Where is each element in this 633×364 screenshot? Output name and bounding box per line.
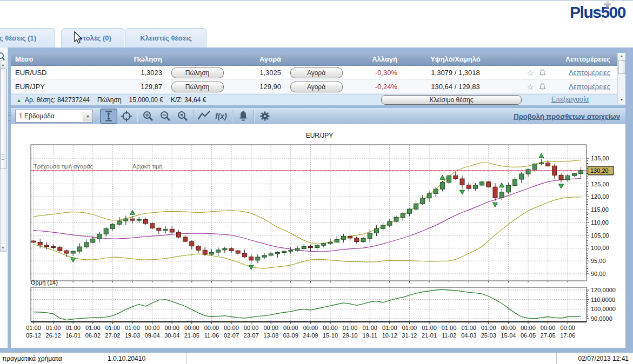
table-row-eurjpy: EUR/JPY 129,87 Πώληση 129,90 Αγορά -0,24… (11, 80, 625, 94)
crosshair-icon (120, 110, 133, 123)
favorite-star-icon[interactable]: ☆ (527, 82, 534, 92)
change-percent: -0,24% (351, 83, 397, 91)
chart-area: EUR/JPYΟρμή (14)Τρέχουσα τιμή αγοράςΑρχι… (11, 124, 625, 348)
svg-text:23-07: 23-07 (244, 332, 259, 339)
svg-text:29-10: 29-10 (343, 332, 358, 339)
alert-bell-icon[interactable] (538, 83, 547, 91)
svg-text:30-04: 30-04 (164, 332, 179, 339)
instrument-name[interactable]: EUR/JPY (11, 83, 114, 91)
settings-gear-icon (258, 110, 271, 123)
svg-text:16-01: 16-01 (65, 332, 81, 339)
svg-text:27-05: 27-05 (541, 332, 556, 339)
alert-bell-button[interactable] (235, 109, 251, 123)
zoom-reset-button[interactable] (175, 109, 191, 123)
line-chart-button[interactable] (196, 109, 212, 123)
svg-text:04-03: 04-03 (461, 332, 476, 339)
zoom-in-button[interactable] (140, 109, 156, 123)
svg-text:Τρέχουσα τιμή αγοράς: Τρέχουσα τιμή αγοράς (34, 163, 93, 170)
settings-gear-button[interactable] (257, 109, 273, 123)
tab-orders[interactable]: Εντολές (0) (61, 28, 124, 48)
svg-text:00:00: 00:00 (323, 325, 338, 331)
position-side: Πώληση (97, 96, 122, 104)
sidebar-scrollbar[interactable]: ▲ ▼ (0, 60, 7, 252)
header-buy: Αγορά (232, 55, 281, 63)
svg-text:00:00: 00:00 (501, 325, 516, 331)
svg-text:00:00: 00:00 (560, 325, 575, 331)
svg-text:31-12: 31-12 (402, 332, 417, 339)
favorite-star-icon[interactable]: ☆ (527, 68, 534, 78)
alert-bell-icon[interactable] (538, 69, 547, 77)
svg-text:130,20: 130,20 (590, 167, 609, 174)
svg-text:100,0000: 100,0000 (591, 306, 616, 312)
close-position-button[interactable]: Κλείσιμο θέσης (381, 95, 522, 105)
details-link[interactable]: Λεπτομέρειες (569, 69, 610, 77)
scroll-down-arrow-icon[interactable]: ▼ (1, 244, 5, 251)
fit-vertical-button[interactable] (100, 109, 117, 124)
svg-text:EUR/JPY: EUR/JPY (306, 132, 334, 139)
svg-text:10-12: 10-12 (382, 332, 397, 339)
window-top-border (0, 0, 633, 1)
scrollbar-grip-icon (2, 154, 4, 160)
chevron-down-icon[interactable]: ▼ (83, 111, 92, 122)
buy-button[interactable]: Αγορά (290, 68, 343, 78)
svg-text:95,00: 95,00 (591, 258, 606, 264)
show-additional-items-link[interactable]: Προβολή πρόσθετων στοιχείων (514, 112, 620, 120)
crosshair-button[interactable] (118, 109, 135, 123)
edit-position-link[interactable]: Επεξεργασία (551, 96, 589, 103)
app-version: 1.0.10.20410 (104, 353, 186, 364)
sidebar-scrollbar-thumb[interactable] (1, 69, 6, 169)
svg-text:Ορμή (14): Ορμή (14) (31, 279, 58, 286)
details-link[interactable]: Λεπτομέρειες (569, 83, 610, 91)
sell-button[interactable]: Πώληση (171, 68, 224, 78)
svg-text:105,00: 105,00 (591, 232, 609, 239)
zoom-out-button[interactable] (157, 109, 174, 123)
svg-text:01:00: 01:00 (85, 325, 101, 331)
position-amount: 15.000,00 € (129, 96, 163, 104)
buy-button[interactable]: Αγορά (290, 82, 343, 92)
buy-price: 129,90 (232, 83, 281, 91)
svg-text:01:00: 01:00 (362, 325, 377, 331)
price-chart[interactable]: EUR/JPYΟρμή (14)Τρέχουσα τιμή αγοράςΑρχι… (11, 124, 625, 348)
svg-text:03-09: 03-09 (283, 332, 298, 339)
market-table: Μέσο Πώληση Αγορά Αλλαγή Υψηλό/Χαμηλό Λε… (11, 53, 625, 104)
header-instrument: Μέσο (11, 55, 114, 63)
svg-text:00:00: 00:00 (521, 325, 536, 331)
svg-text:Αρχική τιμή: Αρχική τιμή (132, 163, 163, 170)
svg-text:01:00: 01:00 (442, 325, 457, 331)
svg-text:15-04: 15-04 (501, 332, 516, 339)
scroll-up-arrow-icon[interactable]: ▲ (618, 53, 625, 59)
header-highlow: Υψηλό/Χαμηλό (397, 55, 514, 63)
sell-button[interactable]: Πώληση (171, 82, 224, 92)
svg-text:135,00: 135,00 (591, 155, 609, 161)
scroll-up-arrow-icon[interactable]: ▲ (1, 61, 5, 69)
tab-open-positions[interactable]: ές θέσεις (1) (0, 28, 55, 48)
svg-text:00:00: 00:00 (303, 325, 318, 331)
open-position-row: ▲ Αρ. θέσης: 842737244 Πώληση 15.000,00 … (11, 94, 625, 105)
svg-text:21-05: 21-05 (184, 332, 199, 339)
svg-text:115,00: 115,00 (591, 206, 609, 213)
svg-text:125,00: 125,00 (591, 181, 609, 187)
svg-text:00:00: 00:00 (283, 325, 298, 331)
svg-text:110,0000: 110,0000 (591, 296, 615, 303)
function-button[interactable]: f(x) (214, 109, 230, 123)
high-low: 1,3079 / 1,3018 (397, 69, 514, 77)
high-low: 130,64 / 129,83 (397, 83, 514, 91)
status-datetime: 02/07/2013 12:41 (557, 353, 633, 364)
instrument-name[interactable]: EUR/USD (11, 69, 114, 77)
table-scrollbar-thumb[interactable] (618, 60, 625, 74)
table-scrollbar[interactable]: ▲ ▼ (617, 53, 625, 104)
scroll-down-arrow-icon[interactable]: ▼ (618, 97, 625, 103)
tab-closed-positions[interactable]: Κλειστές θέσεις (125, 28, 206, 48)
buy-price: 1,3025 (232, 69, 281, 77)
svg-text:110,00: 110,00 (591, 219, 609, 226)
status-bar: πραγματικά χρήματα 1.0.10.20410 02/07/20… (0, 352, 633, 364)
svg-text:00:00: 00:00 (224, 325, 239, 331)
sell-price: 1,3023 (114, 69, 162, 77)
account-type-status: πραγματικά χρήματα (0, 353, 104, 364)
zoom-out-icon (159, 110, 172, 123)
zoom-in-icon (142, 110, 155, 123)
svg-text:19-11: 19-11 (363, 332, 377, 339)
svg-text:00:00: 00:00 (145, 325, 160, 331)
line-chart-icon (197, 110, 211, 123)
timeframe-dropdown[interactable]: 1 Εβδομάδα ▼ (15, 110, 93, 123)
